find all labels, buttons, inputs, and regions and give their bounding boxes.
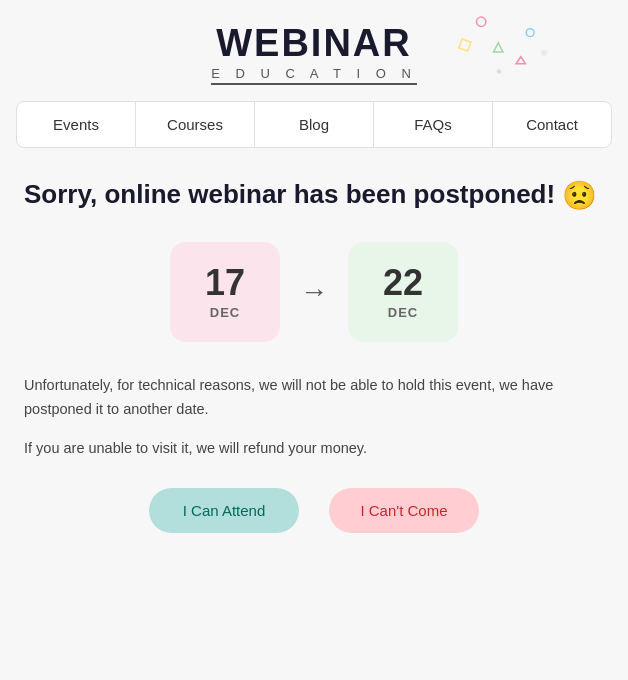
nav-item-faqs[interactable]: FAQs	[374, 102, 493, 147]
new-date-card: 22 DEC	[348, 242, 458, 342]
old-date-month: DEC	[210, 305, 240, 320]
body-text-1: Unfortunately, for technical reasons, we…	[24, 374, 604, 420]
logo-title: WEBINAR	[0, 24, 628, 62]
main-content: Sorry, online webinar has been postponed…	[0, 168, 628, 563]
nav-item-events[interactable]: Events	[17, 102, 136, 147]
buttons-row: I Can Attend I Can't Come	[24, 488, 604, 533]
arrow-icon: →	[300, 276, 328, 308]
cant-come-button[interactable]: I Can't Come	[329, 488, 479, 533]
header: WEBINAR E D U C A T I O N	[0, 0, 628, 101]
headline: Sorry, online webinar has been postponed…	[24, 178, 604, 214]
can-attend-button[interactable]: I Can Attend	[149, 488, 299, 533]
headline-text: Sorry, online webinar has been postponed…	[24, 179, 555, 209]
logo-subtitle: E D U C A T I O N	[211, 66, 417, 85]
svg-point-11	[497, 69, 502, 74]
new-date-number: 22	[383, 265, 423, 301]
navigation: Events Courses Blog FAQs Contact	[16, 101, 612, 148]
old-date-card: 17 DEC	[170, 242, 280, 342]
nav-item-courses[interactable]: Courses	[136, 102, 255, 147]
sad-emoji: 😟	[562, 180, 597, 211]
old-date-number: 17	[205, 265, 245, 301]
new-date-month: DEC	[388, 305, 418, 320]
nav-item-blog[interactable]: Blog	[255, 102, 374, 147]
body-text-2: If you are unable to visit it, we will r…	[24, 437, 604, 460]
nav-item-contact[interactable]: Contact	[493, 102, 611, 147]
date-row: 17 DEC → 22 DEC	[24, 242, 604, 342]
